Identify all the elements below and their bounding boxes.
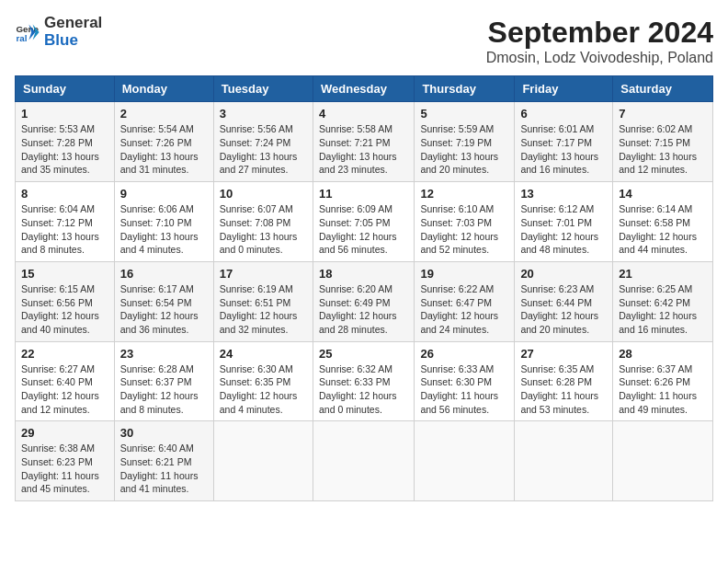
day-number: 3 bbox=[220, 107, 307, 121]
calendar-week-2: 8 Sunrise: 6:04 AMSunset: 7:12 PMDayligh… bbox=[16, 182, 713, 262]
weekday-header-monday: Monday bbox=[114, 76, 213, 102]
calendar-week-5: 29 Sunrise: 6:38 AMSunset: 6:23 PMDaylig… bbox=[16, 421, 713, 501]
calendar-cell: 14 Sunrise: 6:14 AMSunset: 6:58 PMDaylig… bbox=[613, 182, 713, 262]
calendar-cell: 27 Sunrise: 6:35 AMSunset: 6:28 PMDaylig… bbox=[515, 341, 613, 421]
day-number: 17 bbox=[220, 267, 307, 281]
calendar-cell bbox=[415, 421, 515, 501]
day-number: 7 bbox=[619, 107, 707, 121]
weekday-header-friday: Friday bbox=[515, 76, 613, 102]
day-info: Sunrise: 6:28 AMSunset: 6:37 PMDaylight:… bbox=[120, 362, 208, 417]
day-number: 28 bbox=[619, 347, 707, 361]
calendar-cell: 19 Sunrise: 6:22 AMSunset: 6:47 PMDaylig… bbox=[415, 261, 515, 341]
calendar-header: SundayMondayTuesdayWednesdayThursdayFrid… bbox=[16, 76, 713, 102]
day-number: 4 bbox=[319, 107, 408, 121]
calendar-cell: 13 Sunrise: 6:12 AMSunset: 7:01 PMDaylig… bbox=[515, 182, 613, 262]
day-number: 25 bbox=[319, 347, 408, 361]
calendar-week-4: 22 Sunrise: 6:27 AMSunset: 6:40 PMDaylig… bbox=[16, 341, 713, 421]
day-info: Sunrise: 5:54 AMSunset: 7:26 PMDaylight:… bbox=[120, 122, 208, 177]
calendar-cell: 10 Sunrise: 6:07 AMSunset: 7:08 PMDaylig… bbox=[213, 182, 313, 262]
calendar-cell: 16 Sunrise: 6:17 AMSunset: 6:54 PMDaylig… bbox=[114, 261, 213, 341]
logo-text-line2: Blue bbox=[44, 32, 102, 50]
calendar-cell: 2 Sunrise: 5:54 AMSunset: 7:26 PMDayligh… bbox=[114, 102, 213, 182]
calendar-cell: 29 Sunrise: 6:38 AMSunset: 6:23 PMDaylig… bbox=[16, 421, 115, 501]
day-info: Sunrise: 6:37 AMSunset: 6:26 PMDaylight:… bbox=[619, 362, 707, 417]
day-info: Sunrise: 6:40 AMSunset: 6:21 PMDaylight:… bbox=[120, 442, 208, 496]
calendar-cell: 15 Sunrise: 6:15 AMSunset: 6:56 PMDaylig… bbox=[16, 261, 115, 341]
calendar-cell bbox=[515, 421, 613, 501]
day-number: 26 bbox=[420, 347, 508, 361]
day-number: 9 bbox=[120, 187, 208, 201]
day-info: Sunrise: 6:19 AMSunset: 6:51 PMDaylight:… bbox=[220, 282, 307, 337]
day-info: Sunrise: 6:02 AMSunset: 7:15 PMDaylight:… bbox=[619, 122, 707, 177]
calendar-title-section: September 2024 Dmosin, Lodz Voivodeship,… bbox=[486, 15, 713, 66]
day-number: 14 bbox=[619, 187, 707, 201]
calendar-cell: 25 Sunrise: 6:32 AMSunset: 6:33 PMDaylig… bbox=[313, 341, 414, 421]
calendar-cell: 21 Sunrise: 6:25 AMSunset: 6:42 PMDaylig… bbox=[613, 261, 713, 341]
day-info: Sunrise: 5:56 AMSunset: 7:24 PMDaylight:… bbox=[220, 122, 307, 177]
weekday-header-sunday: Sunday bbox=[16, 76, 115, 102]
day-number: 2 bbox=[120, 107, 208, 121]
calendar-cell: 30 Sunrise: 6:40 AMSunset: 6:21 PMDaylig… bbox=[114, 421, 213, 501]
day-number: 12 bbox=[420, 187, 508, 201]
day-info: Sunrise: 6:32 AMSunset: 6:33 PMDaylight:… bbox=[319, 362, 408, 417]
day-info: Sunrise: 6:12 AMSunset: 7:01 PMDaylight:… bbox=[520, 202, 607, 257]
day-number: 20 bbox=[520, 267, 607, 281]
day-info: Sunrise: 5:58 AMSunset: 7:21 PMDaylight:… bbox=[319, 122, 408, 177]
day-number: 27 bbox=[520, 347, 607, 361]
calendar-cell: 11 Sunrise: 6:09 AMSunset: 7:05 PMDaylig… bbox=[313, 182, 414, 262]
calendar-cell: 22 Sunrise: 6:27 AMSunset: 6:40 PMDaylig… bbox=[16, 341, 115, 421]
weekday-header-wednesday: Wednesday bbox=[313, 76, 414, 102]
day-info: Sunrise: 6:04 AMSunset: 7:12 PMDaylight:… bbox=[21, 202, 108, 257]
day-info: Sunrise: 6:09 AMSunset: 7:05 PMDaylight:… bbox=[319, 202, 408, 257]
calendar-cell: 28 Sunrise: 6:37 AMSunset: 6:26 PMDaylig… bbox=[613, 341, 713, 421]
day-info: Sunrise: 5:59 AMSunset: 7:19 PMDaylight:… bbox=[420, 122, 508, 177]
calendar-title: September 2024 bbox=[486, 15, 713, 50]
calendar-body: 1 Sunrise: 5:53 AMSunset: 7:28 PMDayligh… bbox=[16, 102, 713, 501]
day-info: Sunrise: 6:35 AMSunset: 6:28 PMDaylight:… bbox=[520, 362, 607, 417]
day-info: Sunrise: 6:07 AMSunset: 7:08 PMDaylight:… bbox=[220, 202, 307, 257]
day-info: Sunrise: 6:22 AMSunset: 6:47 PMDaylight:… bbox=[420, 282, 508, 337]
calendar-table: SundayMondayTuesdayWednesdayThursdayFrid… bbox=[15, 75, 713, 501]
calendar-cell: 6 Sunrise: 6:01 AMSunset: 7:17 PMDayligh… bbox=[515, 102, 613, 182]
calendar-subtitle: Dmosin, Lodz Voivodeship, Poland bbox=[486, 50, 713, 66]
day-number: 6 bbox=[520, 107, 607, 121]
day-number: 11 bbox=[319, 187, 408, 201]
calendar-cell: 12 Sunrise: 6:10 AMSunset: 7:03 PMDaylig… bbox=[415, 182, 515, 262]
day-info: Sunrise: 6:23 AMSunset: 6:44 PMDaylight:… bbox=[520, 282, 607, 337]
calendar-cell: 20 Sunrise: 6:23 AMSunset: 6:44 PMDaylig… bbox=[515, 261, 613, 341]
day-number: 29 bbox=[21, 426, 108, 440]
day-number: 18 bbox=[319, 267, 408, 281]
day-info: Sunrise: 5:53 AMSunset: 7:28 PMDaylight:… bbox=[21, 122, 108, 177]
day-number: 8 bbox=[21, 187, 108, 201]
day-info: Sunrise: 6:14 AMSunset: 6:58 PMDaylight:… bbox=[619, 202, 707, 257]
day-number: 19 bbox=[420, 267, 508, 281]
day-info: Sunrise: 6:20 AMSunset: 6:49 PMDaylight:… bbox=[319, 282, 408, 337]
day-number: 1 bbox=[21, 107, 108, 121]
svg-text:ral: ral bbox=[16, 32, 27, 42]
calendar-cell: 9 Sunrise: 6:06 AMSunset: 7:10 PMDayligh… bbox=[114, 182, 213, 262]
calendar-cell: 18 Sunrise: 6:20 AMSunset: 6:49 PMDaylig… bbox=[313, 261, 414, 341]
calendar-cell bbox=[313, 421, 414, 501]
calendar-cell bbox=[613, 421, 713, 501]
day-number: 23 bbox=[120, 347, 208, 361]
day-number: 24 bbox=[220, 347, 307, 361]
calendar-cell: 5 Sunrise: 5:59 AMSunset: 7:19 PMDayligh… bbox=[415, 102, 515, 182]
page-header: Gene ral General Blue September 2024 Dmo… bbox=[15, 15, 713, 66]
calendar-week-3: 15 Sunrise: 6:15 AMSunset: 6:56 PMDaylig… bbox=[16, 261, 713, 341]
calendar-cell: 23 Sunrise: 6:28 AMSunset: 6:37 PMDaylig… bbox=[114, 341, 213, 421]
calendar-cell: 7 Sunrise: 6:02 AMSunset: 7:15 PMDayligh… bbox=[613, 102, 713, 182]
day-info: Sunrise: 6:06 AMSunset: 7:10 PMDaylight:… bbox=[120, 202, 208, 257]
day-number: 21 bbox=[619, 267, 707, 281]
calendar-cell: 8 Sunrise: 6:04 AMSunset: 7:12 PMDayligh… bbox=[16, 182, 115, 262]
day-number: 15 bbox=[21, 267, 108, 281]
day-info: Sunrise: 6:10 AMSunset: 7:03 PMDaylight:… bbox=[420, 202, 508, 257]
day-info: Sunrise: 6:01 AMSunset: 7:17 PMDaylight:… bbox=[520, 122, 607, 177]
calendar-cell: 3 Sunrise: 5:56 AMSunset: 7:24 PMDayligh… bbox=[213, 102, 313, 182]
calendar-week-1: 1 Sunrise: 5:53 AMSunset: 7:28 PMDayligh… bbox=[16, 102, 713, 182]
calendar-cell: 26 Sunrise: 6:33 AMSunset: 6:30 PMDaylig… bbox=[415, 341, 515, 421]
logo: Gene ral General Blue bbox=[15, 15, 102, 49]
logo-icon: Gene ral bbox=[15, 19, 40, 45]
day-number: 22 bbox=[21, 347, 108, 361]
day-info: Sunrise: 6:25 AMSunset: 6:42 PMDaylight:… bbox=[619, 282, 707, 337]
day-number: 16 bbox=[120, 267, 208, 281]
